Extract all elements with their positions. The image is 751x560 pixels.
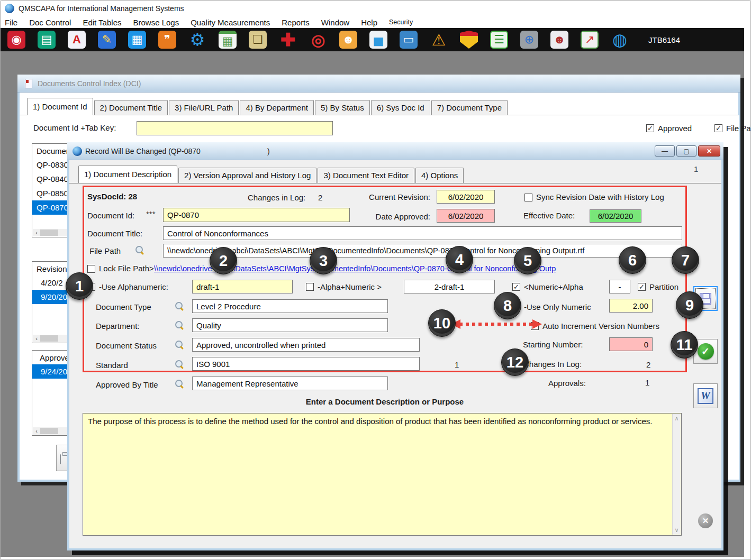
callout-10: 10 bbox=[428, 309, 456, 337]
dci-titlebar[interactable]: Documents Control Index (DCI) bbox=[17, 75, 740, 93]
document-status-field[interactable]: Approved, uncontrolled when printed bbox=[192, 338, 420, 352]
clipboard-chart-icon[interactable]: ↗ bbox=[581, 31, 599, 49]
numeric-version-field[interactable]: 2.00 bbox=[609, 299, 653, 313]
printer-icon bbox=[60, 454, 61, 464]
partition-checkbox[interactable] bbox=[638, 283, 646, 291]
department-field[interactable]: Quality bbox=[192, 318, 388, 332]
calendar-icon[interactable]: ▦ bbox=[219, 31, 237, 49]
open-in-word-button[interactable]: W bbox=[693, 383, 718, 408]
alpha-numeric-field[interactable]: 2-draft-1 bbox=[404, 280, 495, 293]
dci-doc-id-key-input[interactable] bbox=[137, 121, 333, 135]
toolbar: ◉ ▤ A ✎ ▦ ❞ ⚙ ▦ ❏ ✚ ◎ ☻ ▅ ▭ ⚠ ☰ ⊕ ☻ ↗ ◍ … bbox=[1, 28, 744, 51]
description-memo-scrollbar[interactable]: ∧∨ bbox=[672, 414, 681, 535]
use-alphanumeric-field[interactable]: draft-1 bbox=[192, 280, 293, 293]
callout-7: 7 bbox=[672, 246, 699, 274]
contacts-book-icon[interactable]: ☻ bbox=[339, 31, 357, 49]
dci-tab-by-department[interactable]: 4) By Department bbox=[240, 100, 314, 115]
notebook-edit-icon[interactable]: ✎ bbox=[98, 31, 116, 49]
report-chart-icon[interactable]: ▅ bbox=[369, 31, 387, 49]
lock-file-path-checkbox[interactable] bbox=[87, 265, 95, 273]
menu-security[interactable]: Security bbox=[389, 19, 413, 26]
starting-number-label: Starting Number: bbox=[523, 340, 583, 349]
globe-search-icon[interactable]: ◍ bbox=[611, 31, 629, 49]
callout-9: 9 bbox=[676, 291, 703, 319]
tab-document-text-editor[interactable]: 3) Document Text Editor bbox=[318, 168, 414, 183]
close-button[interactable]: ✕ bbox=[698, 145, 720, 157]
dci-tab-by-status[interactable]: 5) By Status bbox=[315, 100, 370, 115]
callout-5: 5 bbox=[514, 247, 541, 274]
tab-version-approval-history[interactable]: 2) Version Approval and History Log bbox=[178, 168, 316, 183]
menu-edit-tables[interactable]: Edit Tables bbox=[83, 18, 121, 27]
document-type-search-icon[interactable] bbox=[175, 302, 184, 311]
documents-icon[interactable]: ▤ bbox=[38, 31, 56, 49]
document-status-search-icon[interactable] bbox=[175, 341, 184, 350]
approved-by-title-field[interactable]: Management Representative bbox=[192, 377, 388, 390]
department-search-icon[interactable] bbox=[175, 321, 184, 330]
dci-approved-checkbox[interactable] bbox=[646, 124, 654, 132]
minimize-button[interactable]: — bbox=[655, 145, 675, 157]
scroll-up-icon[interactable]: ∧ bbox=[674, 415, 678, 422]
pdf-document-icon[interactable]: A bbox=[68, 31, 86, 49]
partition-separator-field[interactable]: - bbox=[609, 280, 630, 293]
menu-reports[interactable]: Reports bbox=[282, 18, 310, 27]
scroll-down-icon[interactable]: ∨ bbox=[674, 527, 678, 534]
document-title-field[interactable]: Control of Nonconformances bbox=[163, 226, 682, 240]
partition-label: Partition bbox=[649, 282, 678, 291]
callout-2: 2 bbox=[210, 247, 237, 274]
menu-help[interactable]: Help bbox=[361, 18, 377, 27]
sync-revision-checkbox[interactable] bbox=[524, 194, 532, 201]
standard-field[interactable]: ISO 9001 bbox=[192, 357, 420, 371]
printer-icon[interactable]: ▭ bbox=[400, 31, 418, 49]
help-lifebuoy-icon[interactable]: ◎ bbox=[309, 31, 327, 49]
changes-in-log-value: 2 bbox=[318, 193, 322, 202]
auto-increment-label: Auto Increment Version Numbers bbox=[542, 322, 659, 331]
dci-tab-file-url-path[interactable]: 3) File/URL Path bbox=[169, 100, 239, 115]
standard-search-icon[interactable] bbox=[175, 360, 184, 369]
file-path-field[interactable]: \\newdc\onedrive - abci\DataSets\ABCI\Mg… bbox=[163, 244, 682, 258]
file-path-search-icon[interactable] bbox=[135, 246, 144, 255]
tab-options[interactable]: 4) Options bbox=[415, 168, 464, 183]
approvals-label: Approvals: bbox=[548, 379, 586, 388]
maximize-button[interactable]: ▢ bbox=[676, 145, 696, 157]
document-id-field[interactable]: QP-0870 bbox=[163, 208, 350, 222]
warning-icon[interactable]: ⚠ bbox=[430, 31, 448, 49]
address-book-icon[interactable]: ❏ bbox=[249, 31, 267, 49]
dci-tab-document-id[interactable]: 1) Document Id bbox=[27, 98, 93, 115]
menu-doc-control[interactable]: Doc Control bbox=[29, 18, 71, 27]
menu-browse-logs[interactable]: Browse Logs bbox=[133, 18, 179, 27]
cancel-close-button[interactable]: ✕ bbox=[698, 513, 713, 528]
menu-file[interactable]: File bbox=[5, 18, 17, 27]
dci-filepath-checkbox[interactable] bbox=[714, 124, 722, 132]
dci-tab-sys-doc-id[interactable]: 6) Sys Doc Id bbox=[371, 100, 430, 115]
callout-6: 6 bbox=[619, 246, 646, 274]
dci-tab-document-type[interactable]: 7) Document Type bbox=[431, 100, 508, 115]
dialog-titlebar[interactable]: Record Will Be Changed (QP-0870 ) bbox=[67, 142, 723, 160]
effective-date-field[interactable]: 6/02/2020 bbox=[590, 209, 641, 223]
approved-by-title-search-icon[interactable] bbox=[175, 380, 184, 389]
numeric-alpha-checkbox[interactable] bbox=[512, 283, 520, 291]
date-approved-field[interactable]: 6/02/2020 bbox=[437, 209, 495, 223]
dci-tab-document-title[interactable]: 2) Document Title bbox=[94, 100, 168, 115]
id-badge-icon[interactable]: ☻ bbox=[550, 31, 568, 49]
menu-window[interactable]: Window bbox=[321, 18, 349, 27]
description-memo[interactable]: The purpose of this process is to define… bbox=[83, 413, 682, 536]
alpha-numeric-checkbox[interactable] bbox=[306, 283, 314, 291]
checklist-icon[interactable]: ☰ bbox=[490, 31, 508, 49]
current-revision-label: Current Revision: bbox=[366, 192, 430, 201]
file-path-label: File Path bbox=[89, 246, 121, 255]
settings-gear-icon[interactable]: ⚙ bbox=[188, 31, 206, 49]
current-revision-field[interactable]: 6/02/2020 bbox=[437, 190, 495, 204]
medical-cross-icon[interactable]: ✚ bbox=[279, 31, 297, 49]
exit-power-icon[interactable]: ◉ bbox=[7, 31, 25, 49]
app-logo-icon bbox=[5, 4, 14, 13]
workflow-icon[interactable]: ▦ bbox=[128, 31, 146, 49]
starting-number-field[interactable]: 0 bbox=[609, 337, 653, 351]
date-approved-label: Date Approved: bbox=[366, 212, 430, 221]
dci-doc-id-key-label: Document Id +Tab Key: bbox=[33, 123, 116, 132]
chat-icon[interactable]: ❞ bbox=[158, 31, 176, 49]
database-add-icon[interactable]: ⊕ bbox=[520, 31, 538, 49]
document-type-field[interactable]: Level 2 Procedure bbox=[192, 299, 388, 313]
shield-icon[interactable] bbox=[460, 31, 478, 49]
menu-quality-measurements[interactable]: Quality Measurements bbox=[191, 18, 270, 27]
tab-document-description[interactable]: 1) Document Description bbox=[78, 166, 177, 183]
